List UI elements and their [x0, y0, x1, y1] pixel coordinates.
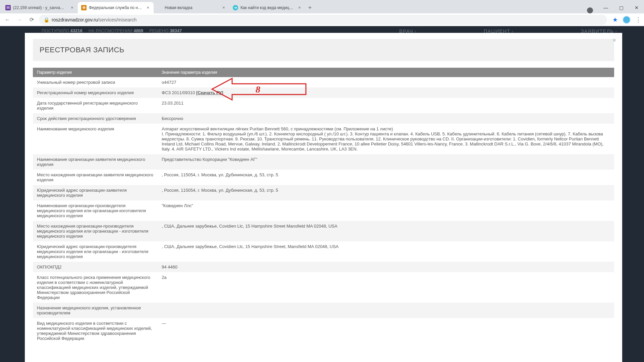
table-row: Назначение медицинского изделия, установ…: [33, 303, 614, 318]
param-value: 23.03.2011: [158, 98, 614, 113]
tab-label: Федеральная служба по надзор: [89, 5, 143, 10]
param-value: Представительство Корпорации "Ковидиен А…: [158, 154, 614, 170]
lock-icon: 🔒: [44, 17, 48, 22]
param-name: Назначение медицинского изделия, установ…: [33, 303, 158, 318]
modal-header: РЕЕСТРОВАЯ ЗАПИСЬ: [33, 39, 614, 61]
kebab-menu-icon[interactable]: ⋮: [635, 16, 641, 23]
table-row: Место нахождения организации-заявителя м…: [33, 170, 614, 185]
table-row: Наименование организации-производителя м…: [33, 200, 614, 221]
forward-button[interactable]: →: [15, 15, 24, 24]
bookmark-star-icon[interactable]: ★: [612, 16, 618, 23]
close-icon[interactable]: ×: [70, 5, 74, 10]
param-value: Бессрочно: [158, 113, 614, 124]
table-row: Место нахождения организации-производите…: [33, 221, 614, 241]
table-row: Наименование организации-заявителя медиц…: [33, 154, 614, 170]
table-row: Класс потенциального риска применения ме…: [33, 272, 614, 303]
param-name: Класс потенциального риска применения ме…: [33, 272, 158, 303]
param-value: —: [158, 318, 614, 344]
param-name: Вид медицинского изделия в соответствии …: [33, 318, 158, 344]
modal-close-button[interactable]: ×: [612, 37, 616, 44]
param-value: "Ковидиен Ллс": [158, 200, 614, 221]
table-row: ОКП/ОКПД294 4460: [33, 262, 614, 272]
modal-title: РЕЕСТРОВАЯ ЗАПИСЬ: [40, 46, 607, 54]
tab-label: (22,159 unread) - y_savva@yahoo: [13, 5, 67, 10]
th-param: Параметр изделия: [33, 68, 158, 77]
mail-icon: ✉: [5, 5, 11, 10]
param-name: Уникальный номер реестровой записи: [33, 77, 158, 87]
account-icon[interactable]: [587, 7, 593, 13]
tab-1[interactable]: ❖ Федеральная служба по надзор ×: [78, 2, 154, 13]
minimize-button[interactable]: —: [601, 5, 610, 10]
page-backdrop: ПОСТУПИЛО 43216 НА РАССМОТРЕНИИ 4869 РЕШ…: [0, 26, 644, 362]
table-row: Срок действия регистрационного удостовер…: [33, 113, 614, 124]
param-value: 2а: [158, 272, 614, 303]
close-icon[interactable]: ×: [297, 5, 302, 10]
param-value: 94 4460: [158, 262, 614, 272]
param-name: Наименование организации-производителя м…: [33, 200, 158, 221]
param-value: , США, Дальнее зарубежье, Covidien Llc, …: [158, 221, 614, 241]
th-value: Значение параметра изделия: [158, 68, 614, 77]
param-name: Срок действия регистрационного удостовер…: [33, 113, 158, 124]
download-ru-link[interactable]: [Скачать РУ]: [196, 90, 223, 95]
tab-strip: ✉ (22,159 unread) - y_savva@yahoo × ❖ Фе…: [2, 2, 587, 13]
param-name: Юридический адрес организации-производит…: [33, 241, 158, 262]
profile-avatar[interactable]: [623, 16, 631, 24]
param-name: Юридический адрес организации-заявителя …: [33, 185, 158, 200]
param-value: , Россия, 115054, г. Москва, ул. Дубинин…: [158, 170, 614, 185]
table-row: Уникальный номер реестровой записио44727: [33, 77, 614, 87]
params-table: Параметр изделия Значение параметра изде…: [33, 68, 614, 344]
table-row: Юридический адрес организации-заявителя …: [33, 185, 614, 200]
table-row: Регистрационный номер медицинского издел…: [33, 87, 614, 98]
reload-button[interactable]: ⟳: [27, 15, 36, 24]
browser-titlebar: ✉ (22,159 unread) - y_savva@yahoo × ❖ Фе…: [0, 0, 644, 13]
table-row: Юридический адрес организации-производит…: [33, 241, 614, 262]
tab-3[interactable]: ➜ Как найти код вида медицинско ×: [229, 2, 305, 13]
blank-icon: [157, 5, 162, 10]
url-input[interactable]: 🔒 roszdravnadzor.gov.ru/services/misearc…: [39, 15, 607, 25]
tab-0[interactable]: ✉ (22,159 unread) - y_savva@yahoo ×: [2, 2, 78, 13]
param-name: Регистрационный номер медицинского издел…: [33, 87, 158, 98]
param-value: [158, 303, 614, 318]
close-icon[interactable]: ×: [146, 5, 150, 10]
url-text: roszdravnadzor.gov.ru/services/misearch: [52, 17, 137, 22]
param-name: Наименование медицинского изделия: [33, 124, 158, 154]
site-icon: ➜: [233, 5, 238, 10]
close-icon[interactable]: ×: [221, 5, 226, 10]
back-button[interactable]: ←: [3, 15, 12, 24]
record-modal: × РЕЕСТРОВАЯ ЗАПИСЬ Параметр изделия Зна…: [25, 33, 622, 362]
close-window-button[interactable]: ✕: [632, 5, 641, 10]
param-name: Дата государственной регистрации медицин…: [33, 98, 158, 113]
param-name: ОКП/ОКПД2: [33, 262, 158, 272]
tab-2[interactable]: Новая вкладка ×: [154, 2, 229, 13]
param-value: Аппарат искусственной вентиляции лёгких …: [158, 124, 614, 154]
tab-label: Как найти код вида медицинско: [240, 5, 295, 10]
param-value: о44727: [158, 77, 614, 87]
param-value: , Россия, 115054, г. Москва, ул. Дубинин…: [158, 185, 614, 200]
param-value: , США, Дальнее зарубежье, Covidien Llc, …: [158, 241, 614, 262]
address-bar: ← → ⟳ 🔒 roszdravnadzor.gov.ru/services/m…: [0, 13, 644, 26]
site-icon: ❖: [81, 5, 87, 10]
param-value: ФСЗ 2011/09310 [Скачать РУ]: [158, 87, 614, 98]
new-tab-button[interactable]: +: [305, 2, 315, 13]
param-name: Наименование организации-заявителя медиц…: [33, 154, 158, 170]
table-row: Вид медицинского изделия в соответствии …: [33, 318, 614, 344]
table-row: Дата государственной регистрации медицин…: [33, 98, 614, 113]
tab-label: Новая вкладка: [165, 5, 219, 10]
param-name: Место нахождения организации-производите…: [33, 221, 158, 241]
window-controls: — ▢ ✕: [601, 2, 641, 13]
param-name: Место нахождения организации-заявителя м…: [33, 170, 158, 185]
maximize-button[interactable]: ▢: [616, 5, 626, 10]
table-row: Наименование медицинского изделияАппарат…: [33, 124, 614, 154]
